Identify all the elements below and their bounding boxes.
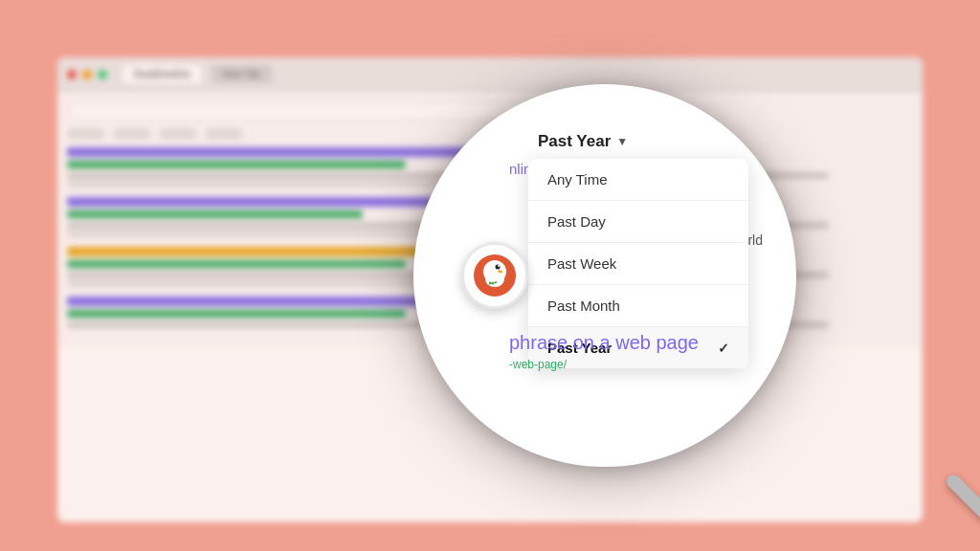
svg-point-6 [492, 282, 495, 285]
bg-filter-chip-2 [113, 128, 151, 140]
bg-filter-chip-3 [159, 128, 197, 140]
phrase-url: -web-page/ [509, 358, 768, 371]
dropdown-item-label: Past Month [547, 298, 620, 314]
dropdown-trigger-label: Past Year [538, 132, 611, 151]
dropdown-trigger[interactable]: Past Year ▼ [538, 132, 768, 151]
background-phrase-text: phrase on a web page -web-page/ [509, 332, 768, 371]
phrase-title: phrase on a web page [509, 332, 768, 354]
dropdown-item-past-month[interactable]: Past Month [528, 285, 748, 327]
dropdown-item-any-time[interactable]: Any Time [528, 159, 748, 201]
dropdown-item-label: Any Time [547, 171, 608, 187]
bg-result-url-2 [67, 210, 363, 218]
bg-result-url-4 [67, 310, 406, 318]
minimize-dot [82, 70, 92, 79]
circle-content: nline - w World Past Year ▼ Any Time Pas… [413, 84, 796, 467]
dropdown-item-label: Past Week [547, 255, 616, 272]
inactive-tab: New Tab [212, 65, 272, 83]
svg-point-4 [496, 265, 501, 270]
magnifying-glass: nline - w World Past Year ▼ Any Time Pas… [413, 84, 796, 467]
close-dot [67, 70, 77, 79]
duckduckgo-logo [461, 242, 528, 309]
dropdown-trigger-arrow: ▼ [616, 135, 628, 148]
bg-result-url-1 [67, 161, 406, 168]
svg-point-3 [487, 261, 502, 276]
svg-point-5 [498, 265, 500, 267]
magnifier-handle [945, 473, 980, 522]
dropdown-item-past-week[interactable]: Past Week [528, 243, 748, 285]
bg-filter-chip-1 [67, 128, 105, 140]
maximize-dot [98, 70, 107, 79]
bg-filter-chip-4 [205, 128, 243, 140]
dropdown-item-past-day[interactable]: Past Day [528, 201, 748, 243]
bg-result-url-3 [67, 260, 406, 268]
active-tab: DuckDuckGo [122, 65, 202, 83]
dropdown-item-label: Past Day [547, 213, 606, 230]
